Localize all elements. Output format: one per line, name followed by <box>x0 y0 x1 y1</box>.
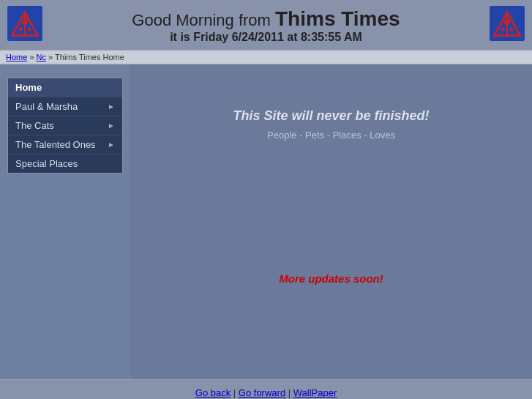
sidebar-item-cats[interactable]: The Cats ► <box>8 116 122 135</box>
sidebar-item-home[interactable]: Home <box>8 78 122 97</box>
svg-point-6 <box>19 28 23 31</box>
sidebar-item-talented-ones[interactable]: The Talented Ones ► <box>8 135 122 154</box>
sidebar-item-special-places[interactable]: Special Places <box>8 154 122 173</box>
svg-point-7 <box>28 28 31 31</box>
sidebar: Home Paul & Marsha ► The Cats ► The Tale… <box>0 64 130 379</box>
logo-left <box>7 6 42 44</box>
wallpaper-link[interactable]: WallPaper <box>293 387 337 398</box>
sidebar-item-cats-label: The Cats <box>15 120 54 131</box>
breadcrumb-home-link[interactable]: Home <box>6 53 27 61</box>
header-title-line1: Good Morning from Thims Times <box>0 7 532 31</box>
svg-point-15 <box>510 28 514 31</box>
go-forward-link[interactable]: Go forward <box>239 387 285 398</box>
sidebar-item-home-label: Home <box>15 82 42 93</box>
site-subtitle: People - Pets - Places - Loves <box>152 130 510 141</box>
content-area: This Site will never be finished! People… <box>130 64 532 379</box>
go-back-link[interactable]: Go back <box>195 387 231 398</box>
chevron-right-icon: ► <box>108 122 115 130</box>
logo-right <box>490 6 525 44</box>
svg-point-14 <box>501 28 505 31</box>
nav-menu: Home Paul & Marsha ► The Cats ► The Tale… <box>7 78 123 174</box>
sidebar-item-talented-ones-label: The Talented Ones <box>15 139 96 150</box>
sidebar-item-paul-marsha[interactable]: Paul & Marsha ► <box>8 97 122 116</box>
sidebar-item-special-places-label: Special Places <box>15 158 78 169</box>
header-datetime: it is Friday 6/24/2011 at 8:35:55 AM <box>0 31 532 44</box>
more-updates: More updates soon! <box>152 272 510 285</box>
svg-point-13 <box>504 19 510 25</box>
footer-nav: Go back | Go forward | WallPaper <box>0 387 532 398</box>
main-layout: Home Paul & Marsha ► The Cats ► The Tale… <box>0 64 532 379</box>
breadcrumb-nc-link[interactable]: Nc <box>37 53 46 61</box>
footer: Go back | Go forward | WallPaper Copyrig… <box>0 379 532 399</box>
chevron-right-icon: ► <box>108 141 115 149</box>
site-notice: This Site will never be finished! <box>152 108 510 124</box>
header: Good Morning from Thims Times it is Frid… <box>0 0 532 51</box>
breadcrumb-current: Thims Times Home <box>55 53 124 61</box>
breadcrumb: Home » Nc » Thims Times Home <box>0 51 532 64</box>
chevron-right-icon: ► <box>108 102 115 111</box>
svg-point-5 <box>22 19 28 25</box>
sidebar-item-paul-marsha-label: Paul & Marsha <box>15 101 78 112</box>
